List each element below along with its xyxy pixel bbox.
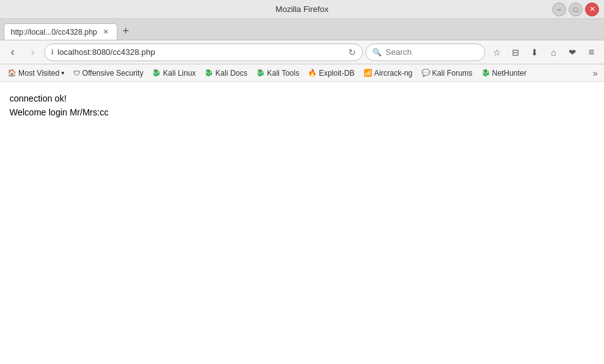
back-button[interactable]: ‹ [4,44,21,61]
bookmark-label: Kali Docs [215,69,247,78]
bookmarks-more-button[interactable]: » [590,67,600,79]
kali-forums-icon: 💬 [422,69,430,77]
bookmark-exploit-db[interactable]: 🔥 Exploit-DB [304,68,358,79]
tab-label: http://local...0/cc4328.php [11,28,97,37]
bookmark-star-button[interactable]: ☆ [488,44,506,61]
bookmark-label: Kali Forums [432,69,473,78]
bookmark-most-visited[interactable]: 🏠 Most Visited ▾ [4,68,68,79]
bookmark-label: Kali Tools [267,69,299,78]
new-tab-button[interactable]: + [119,25,133,38]
bookmark-kali-docs[interactable]: 🐉 Kali Docs [201,68,251,79]
nethunter-icon: 🐉 [482,69,490,77]
kali-tools-icon: 🐉 [256,69,265,77]
forward-button[interactable]: › [24,44,42,61]
maximize-button[interactable]: □ [569,3,583,16]
page-content: connection ok! Welcome login Mr/Mrs:cc [0,82,604,364]
bookmark-label: Exploit-DB [319,69,355,78]
search-icon: 🔍 [372,48,382,57]
navbar: ‹ › ℹ ↻ 🔍 ☆ ⊟ ⬇ ⌂ ❤ ≡ [0,40,604,64]
url-input[interactable] [57,47,345,57]
reader-mode-button[interactable]: ⊟ [507,44,524,61]
nav-actions: ☆ ⊟ ⬇ ⌂ ❤ ≡ [488,44,600,61]
bookmark-offensive-security[interactable]: 🛡 Offensive Security [69,68,147,79]
connection-status: connection ok! [9,91,595,105]
bookmark-kali-forums[interactable]: 💬 Kali Forums [418,68,477,79]
info-icon: ℹ [51,48,54,56]
menu-button[interactable]: ≡ [583,44,600,61]
bookmark-kali-linux[interactable]: 🐉 Kali Linux [148,68,199,79]
titlebar-controls: − □ ✕ [552,3,599,16]
bookmark-label: Offensive Security [82,69,143,78]
bookmark-kali-tools[interactable]: 🐉 Kali Tools [252,68,303,79]
minimize-button[interactable]: − [552,3,566,16]
titlebar-title: Mozilla Firefox [276,4,329,14]
url-bar[interactable]: ℹ ↻ [44,44,363,61]
kali-docs-icon: 🐉 [204,69,213,77]
bookmarks-bar: 🏠 Most Visited ▾ 🛡 Offensive Security 🐉 … [0,64,604,82]
search-input[interactable] [386,47,492,57]
aircrack-ng-icon: 📶 [364,69,372,77]
reload-button[interactable]: ↻ [348,47,356,57]
bookmark-label: Most Visited [18,69,59,78]
bookmark-label: NetHunter [492,69,527,78]
bookmark-aircrack-ng[interactable]: 📶 Aircrack-ng [360,68,417,79]
download-button[interactable]: ⬇ [526,44,543,61]
bookmark-label: Aircrack-ng [374,69,413,78]
tab-close-button[interactable]: ✕ [101,27,110,37]
titlebar: Mozilla Firefox − □ ✕ [0,0,604,19]
tab-bar: http://local...0/cc4328.php ✕ + [0,19,604,40]
bookmark-nethunter[interactable]: 🐉 NetHunter [478,68,531,79]
pocket-button[interactable]: ❤ [564,44,581,61]
offensive-security-icon: 🛡 [73,69,80,77]
welcome-message: Welcome login Mr/Mrs:cc [9,105,595,119]
home-button[interactable]: ⌂ [545,44,562,61]
active-tab[interactable]: http://local...0/cc4328.php ✕ [4,23,117,40]
bookmark-label: Kali Linux [163,69,196,78]
kali-linux-icon: 🐉 [152,69,161,77]
chevron-down-icon: ▾ [61,69,64,76]
exploit-db-icon: 🔥 [308,69,317,77]
search-bar[interactable]: 🔍 [365,44,485,61]
close-button[interactable]: ✕ [585,3,599,16]
most-visited-icon: 🏠 [8,69,16,77]
